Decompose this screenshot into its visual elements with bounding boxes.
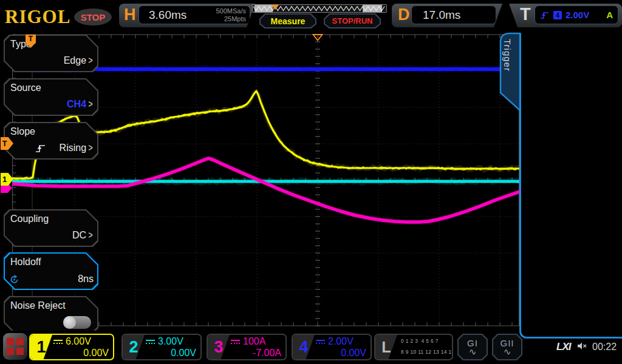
dc-coupling-icon: [316, 340, 325, 344]
measure-button[interactable]: Measure: [259, 13, 316, 29]
horizontal-inset: 3.60ms 500MSa/s 25Mpts: [138, 5, 250, 24]
menu-item-noise-reject[interactable]: Noise Reject: [4, 296, 98, 334]
channel-4-number: 4: [293, 335, 315, 359]
channel-2-number: 2: [123, 335, 145, 359]
channel-1-scale: 6.00V: [66, 336, 91, 347]
stop-run-button-label: STOP/RUN: [325, 15, 380, 27]
menu-item-type[interactable]: Type Edge>: [4, 35, 98, 72]
dc-coupling-icon: [146, 340, 155, 344]
memory-position-bar[interactable]: [252, 4, 387, 13]
digital-label: L: [375, 335, 397, 359]
channel-3-scale: 100A: [243, 336, 265, 347]
stop-run-button[interactable]: STOP/RUN: [324, 13, 381, 29]
channel-1-offset: 0.00V: [83, 348, 109, 359]
rigol-logo: RIGOL: [5, 6, 70, 28]
delay-label: D: [398, 5, 410, 24]
menu-item-holdoff[interactable]: Holdoff 8ns: [4, 252, 98, 290]
channel-3-status[interactable]: 3 100A -7.00A: [207, 334, 287, 360]
trigger-status-panel[interactable]: T 4 2.00V A: [509, 4, 622, 27]
trigger-sweep-mode: A: [606, 10, 613, 20]
menu-item-slope[interactable]: Slope Rising>: [4, 122, 98, 160]
trigger-level-value: 2.00V: [566, 10, 589, 20]
channel-2-scale: 3.00V: [158, 336, 183, 347]
chevron-right-icon: >: [88, 229, 92, 241]
channel-3-number: 3: [208, 335, 230, 359]
dc-coupling-icon: [231, 340, 240, 344]
channel-2-status[interactable]: 2 3.00V 0.00V: [121, 334, 202, 360]
channel-1-status[interactable]: 1 6.00V 0.00V: [29, 334, 114, 360]
menu-item-source[interactable]: Source CH4>: [4, 78, 98, 116]
horizontal-panel[interactable]: H 3.60ms 500MSa/s 25Mpts: [119, 4, 255, 27]
delay-panel[interactable]: D 17.0ms: [392, 4, 502, 27]
speaker-muted-icon: [577, 342, 588, 351]
horizontal-label: H: [124, 5, 136, 24]
trigger-tab-label: Trigger: [502, 39, 513, 72]
trigger-source-badge: 4: [553, 11, 562, 19]
rising-edge-icon: [35, 144, 46, 153]
timebase-value: 3.60ms: [149, 8, 186, 22]
horizontal-center-marker: [312, 34, 323, 41]
trigger-menu-panel: [519, 33, 622, 339]
channel-1-number: 1: [30, 335, 52, 359]
lxi-badge: LXI: [556, 341, 570, 353]
delay-inset: 17.0ms: [411, 5, 496, 24]
generator-2-button[interactable]: GII ∿: [492, 334, 522, 360]
run-state-badge: STOP: [74, 8, 112, 25]
oscilloscope-screen: RIGOL STOP H 3.60ms 500MSa/s 25Mpts Meas…: [0, 0, 622, 364]
channel-4-offset: 0.00V: [341, 348, 366, 359]
trigger-status-inset: 4 2.00V A: [535, 5, 618, 24]
digital-row-2: 8 9 10 11 12 13 14 15: [401, 349, 453, 355]
trigger-status-label: T: [520, 4, 531, 24]
sine-icon: ∿: [504, 347, 511, 356]
digital-row-1: 0 1 2 3 4 5 6 7: [401, 338, 439, 344]
rising-edge-icon: [540, 11, 550, 19]
channel-2-offset: 0.00V: [171, 348, 196, 359]
sample-rate: 500MSa/s 25Mpts: [216, 7, 246, 22]
knob-icon: [9, 274, 19, 285]
clock: 00:22: [592, 342, 617, 352]
channel-3-offset: -7.00A: [253, 348, 281, 359]
sine-icon: ∿: [469, 347, 477, 356]
menu-grid-icon[interactable]: [3, 333, 27, 360]
digital-channels-status[interactable]: L 0 1 2 3 4 5 6 7 8 9 10 11 12 13 14 15: [374, 334, 453, 360]
delay-value: 17.0ms: [423, 8, 460, 22]
dc-coupling-icon: [53, 340, 63, 344]
ch1-position-marker[interactable]: 1: [1, 173, 13, 186]
generator-1-button[interactable]: GI ∿: [457, 334, 488, 360]
measure-button-label: Measure: [261, 15, 315, 27]
chevron-right-icon: >: [88, 98, 92, 110]
channel-4-scale: 2.00V: [328, 336, 354, 347]
noise-reject-toggle[interactable]: [63, 316, 91, 329]
trigger-position-icon: [272, 5, 279, 10]
chevron-right-icon: >: [88, 55, 92, 67]
channel-4-status[interactable]: 4 2.00V 0.00V: [292, 334, 372, 360]
chevron-right-icon: >: [88, 142, 92, 154]
menu-item-coupling[interactable]: Coupling DC>: [4, 209, 98, 247]
